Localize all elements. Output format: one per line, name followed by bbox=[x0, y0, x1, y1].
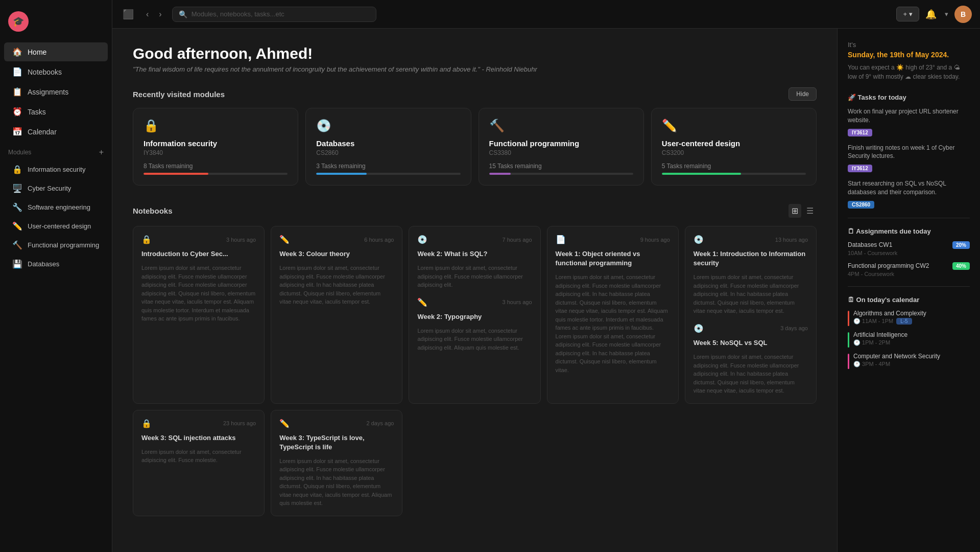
notebook-card-nosql[interactable]: 💿 3 days ago Week 5: NoSQL vs SQL Lorem … bbox=[694, 324, 808, 395]
nav-assignments[interactable]: 📋 Assignments bbox=[4, 82, 108, 101]
notebook-meta: 💿 7 hours ago bbox=[417, 235, 532, 244]
sidebar-item-label: Software engineering bbox=[28, 203, 90, 211]
progress-fill bbox=[316, 173, 367, 175]
assignment-name-0: Databases CW1 bbox=[848, 241, 892, 248]
progress-bar bbox=[489, 173, 633, 175]
notebook-icon-ts: ✏️ bbox=[279, 419, 290, 428]
nav-home-label: Home bbox=[28, 48, 46, 56]
module-card-user-centered[interactable]: ✏️ User-centered design CS3200 5 Tasks r… bbox=[651, 108, 817, 186]
task-badge-2: CS2860 bbox=[848, 201, 874, 209]
chevron-down-button[interactable]: ▾ bbox=[943, 8, 950, 20]
tasks-icon: ⏰ bbox=[12, 107, 22, 117]
content-scroll: Good afternoon, Ahmed! "The final wisdom… bbox=[112, 29, 980, 552]
notebook-time: 13 hours ago bbox=[775, 237, 808, 243]
search-bar[interactable]: 🔍 Modules, notebooks, tasks...etc bbox=[172, 7, 376, 22]
sidebar-item-func-prog[interactable]: 🔨 Functional programming bbox=[4, 236, 108, 254]
module-emoji: 💿 bbox=[316, 119, 460, 133]
notebook-meta-sql: 🔒 23 hours ago bbox=[141, 419, 256, 428]
sidebar-item-label: User-centered design bbox=[28, 222, 91, 230]
assignment-pct-1: 40% bbox=[952, 262, 970, 270]
sidebar-item-info-sec[interactable]: 🔒 Information security bbox=[4, 160, 108, 178]
chevron-down-icon: ▾ bbox=[909, 10, 913, 18]
task-item-2: Start researching on SQL vs NoSQL databa… bbox=[848, 179, 970, 209]
nav-calendar[interactable]: 📅 Calendar bbox=[4, 122, 108, 141]
cal-info-0: Algorithms and Complexity 🕐 11AM - 1PM L… bbox=[853, 310, 970, 325]
tasks-remaining: 5 Tasks remaining bbox=[662, 163, 806, 170]
notebook-card-2[interactable]: 💿 7 hours ago Week 2: What is SQL? Lorem… bbox=[409, 226, 540, 404]
tasks-remaining: 15 Tasks remaining bbox=[489, 163, 633, 170]
nav-tasks[interactable]: ⏰ Tasks bbox=[4, 102, 108, 121]
notifications-button[interactable]: 🔔 bbox=[923, 7, 939, 22]
notebook-meta: ✏️ 6 hours ago bbox=[279, 235, 394, 244]
notebook-time-ts: 2 days ago bbox=[367, 420, 394, 426]
notebook-icon: 📄 bbox=[556, 235, 566, 244]
notebook-meta-2: ✏️ 3 hours ago bbox=[417, 297, 532, 307]
module-title: Information security bbox=[144, 139, 288, 148]
calendar-icon: 📅 bbox=[12, 127, 22, 136]
sidebar-item-cyber-sec[interactable]: 🖥️ Cyber Security bbox=[4, 179, 108, 197]
add-module-button[interactable]: + bbox=[99, 148, 104, 157]
notebook-time: 7 hours ago bbox=[502, 237, 532, 243]
nav-notebooks[interactable]: 📄 Notebooks bbox=[4, 62, 108, 81]
cal-info-1: Artificial Intelligence 🕐 1PM - 2PM bbox=[853, 331, 970, 346]
sidebar-item-user-centered[interactable]: ✏️ User-centered design bbox=[4, 217, 108, 235]
progress-bar bbox=[662, 173, 806, 175]
notebook-body: Lorem ipsum dolor sit amet, consectetur … bbox=[417, 264, 532, 289]
notebook-time-nosql: 3 days ago bbox=[780, 325, 808, 331]
module-code: CS3200 bbox=[662, 149, 806, 156]
sidebar-item-databases[interactable]: 💾 Databases bbox=[4, 255, 108, 273]
sidebar-item-software-eng[interactable]: 🔧 Software engineering bbox=[4, 198, 108, 216]
task-item-0: Work on final year project URL shortener… bbox=[848, 107, 970, 136]
nav-calendar-label: Calendar bbox=[28, 128, 57, 136]
cal-title-1: Artificial Intelligence bbox=[853, 331, 970, 338]
notebook-time: 9 hours ago bbox=[640, 237, 670, 243]
nav-home[interactable]: 🏠 Home bbox=[4, 42, 108, 61]
notebook-card-1[interactable]: ✏️ 6 hours ago Week 3: Colour theory Lor… bbox=[271, 226, 402, 404]
notebook-card-typography[interactable]: ✏️ 3 hours ago Week 2: Typography Lorem … bbox=[417, 297, 532, 352]
notebook-card-typescript[interactable]: ✏️ 2 days ago Week 3: TypeScript is love… bbox=[271, 410, 402, 516]
notebook-body: Lorem ipsum dolor sit amet, consectetur … bbox=[556, 273, 670, 374]
notebook-card-0[interactable]: 🔒 3 hours ago Introduction to Cyber Sec.… bbox=[133, 226, 265, 404]
module-card-func-prog[interactable]: 🔨 Functional programming CS3380 15 Tasks… bbox=[479, 108, 644, 186]
module-title: User-centered design bbox=[662, 139, 806, 148]
add-button[interactable]: + ▾ bbox=[896, 7, 919, 21]
weather-intro: It's bbox=[848, 41, 970, 49]
modules-section-header: Modules + bbox=[0, 142, 112, 160]
main-content: Good afternoon, Ahmed! "The final wisdom… bbox=[112, 29, 837, 552]
module-card-info-sec[interactable]: 🔒 Information security IY3840 8 Tasks re… bbox=[133, 108, 298, 186]
notebook-card-3[interactable]: 📄 9 hours ago Week 1: Object oriented vs… bbox=[547, 226, 679, 404]
notebook-title: Week 1: Introduction to Information secu… bbox=[694, 249, 808, 268]
func-prog-icon: 🔨 bbox=[12, 240, 22, 250]
cyber-sec-icon: 🖥️ bbox=[12, 183, 22, 193]
list-view-button[interactable]: ☰ bbox=[803, 204, 817, 218]
assignment-pct-0: 20% bbox=[952, 241, 970, 249]
modules-grid: 🔒 Information security IY3840 8 Tasks re… bbox=[133, 108, 817, 186]
sidebar-toggle-button[interactable]: ⬛ bbox=[121, 7, 136, 22]
progress-fill bbox=[144, 173, 208, 175]
forward-button[interactable]: › bbox=[155, 8, 165, 21]
module-card-databases[interactable]: 💿 Databases CS2860 3 Tasks remaining bbox=[305, 108, 471, 186]
notebook-body: Lorem ipsum dolor sit amet, consectetur … bbox=[279, 264, 394, 306]
modules-section-label: Modules bbox=[8, 149, 31, 156]
notebook-meta: 📄 9 hours ago bbox=[556, 235, 670, 244]
panel-divider-2 bbox=[848, 286, 970, 287]
notebook-meta-nosql: 💿 3 days ago bbox=[694, 324, 808, 333]
task-text-1: Finish writing notes on week 1 of Cyber … bbox=[848, 144, 970, 161]
home-icon: 🏠 bbox=[12, 47, 22, 57]
grid-view-button[interactable]: ⊞ bbox=[788, 204, 801, 218]
cal-bar-0 bbox=[848, 311, 849, 326]
notebooks-header: Notebooks ⊞ ☰ bbox=[133, 204, 817, 218]
hide-button[interactable]: Hide bbox=[788, 87, 817, 101]
notebook-card-sql-injection[interactable]: 🔒 23 hours ago Week 3: SQL injection att… bbox=[133, 410, 265, 516]
notebook-card-4[interactable]: 💿 13 hours ago Week 1: Introduction to I… bbox=[685, 226, 817, 404]
notebook-title: Week 2: What is SQL? bbox=[417, 249, 532, 259]
back-button[interactable]: ‹ bbox=[142, 8, 153, 21]
nav-assignments-label: Assignments bbox=[28, 88, 68, 96]
user-avatar-button[interactable]: B bbox=[954, 6, 972, 23]
notebooks-grid-row1: 🔒 3 hours ago Introduction to Cyber Sec.… bbox=[133, 226, 817, 404]
progress-bar bbox=[144, 173, 288, 175]
notebook-time: 3 hours ago bbox=[226, 237, 256, 243]
notebook-time-sql: 23 hours ago bbox=[223, 420, 256, 426]
nav-notebooks-label: Notebooks bbox=[28, 68, 62, 76]
notebook-body: Lorem ipsum dolor sit amet, consectetur … bbox=[141, 264, 256, 323]
